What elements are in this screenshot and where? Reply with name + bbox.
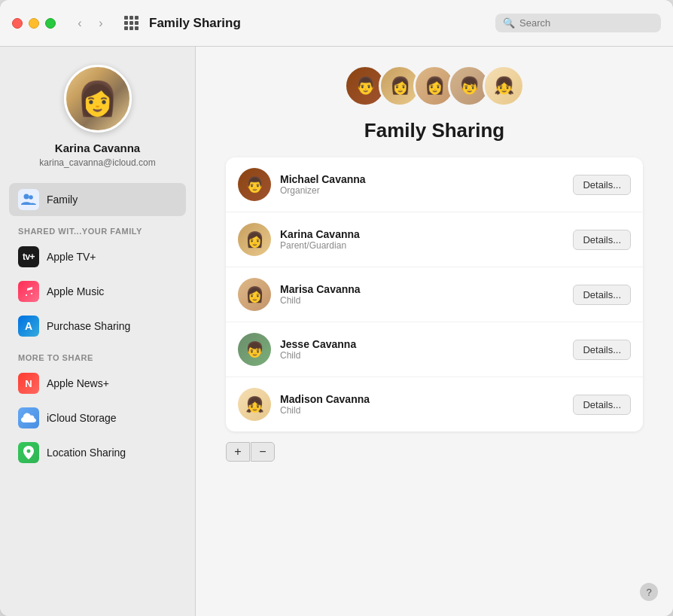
- sidebar-item-applemusic[interactable]: Apple Music: [9, 275, 186, 308]
- table-actions: + −: [226, 442, 275, 462]
- sidebar-item-icloud-label: iCloud Storage: [47, 412, 117, 424]
- table-row: 👦 Jesse Cavanna Child Details...: [226, 322, 643, 377]
- family-icon: [18, 189, 39, 210]
- location-icon: [18, 442, 39, 463]
- window-title: Family Sharing: [149, 16, 486, 31]
- sidebar-item-family-label: Family: [47, 194, 78, 206]
- forward-button[interactable]: ›: [92, 14, 110, 32]
- details-button-0[interactable]: Details...: [573, 175, 631, 195]
- member-info-2: Marisa Cavanna Child: [280, 283, 564, 306]
- sidebar-item-applenews-label: Apple News+: [47, 377, 109, 389]
- applenews-icon: N: [18, 373, 39, 394]
- user-email: karina_cavanna@icloud.com: [39, 157, 155, 168]
- member-role-3: Child: [280, 350, 564, 361]
- details-button-2[interactable]: Details...: [573, 285, 631, 305]
- member-name-1: Karina Cavanna: [280, 228, 564, 240]
- details-button-3[interactable]: Details...: [573, 340, 631, 360]
- member-info-0: Michael Cavanna Organizer: [280, 173, 564, 196]
- grid-view-button[interactable]: [122, 14, 140, 32]
- sidebar: 👩 Karina Cavanna karina_cavanna@icloud.c…: [0, 47, 196, 616]
- applemusic-icon: [18, 281, 39, 302]
- add-member-button[interactable]: +: [226, 442, 250, 462]
- svg-point-0: [24, 194, 29, 200]
- help-button[interactable]: ?: [640, 583, 658, 601]
- search-bar[interactable]: 🔍: [495, 14, 661, 32]
- member-avatar-0: 👨: [238, 168, 271, 201]
- traffic-lights: [12, 18, 56, 29]
- member-role-1: Parent/Guardian: [280, 240, 564, 251]
- sidebar-item-purchase-label: Purchase Sharing: [47, 320, 130, 332]
- shared-section-label: SHARED WIT...YOUR FAMILY: [9, 218, 186, 240]
- grid-icon: [124, 16, 139, 30]
- family-avatars: 👨 👩 👩 👦 👧: [344, 65, 525, 107]
- members-table: 👨 Michael Cavanna Organizer Details... 👩…: [226, 157, 643, 432]
- table-row: 👩 Karina Cavanna Parent/Guardian Details…: [226, 212, 643, 267]
- member-name-0: Michael Cavanna: [280, 173, 564, 185]
- member-avatar-4: 👧: [238, 388, 271, 421]
- sidebar-item-applemusic-label: Apple Music: [47, 285, 104, 297]
- member-info-4: Madison Cavanna Child: [280, 393, 564, 416]
- member-role-2: Child: [280, 295, 564, 306]
- search-input[interactable]: [519, 17, 653, 29]
- maximize-button[interactable]: [45, 18, 56, 29]
- member-name-2: Marisa Cavanna: [280, 283, 564, 295]
- sidebar-item-location[interactable]: Location Sharing: [9, 436, 186, 469]
- member-info-1: Karina Cavanna Parent/Guardian: [280, 228, 564, 251]
- table-row: 👨 Michael Cavanna Organizer Details...: [226, 157, 643, 212]
- sidebar-item-appletv[interactable]: tv+ Apple TV+: [9, 240, 186, 273]
- appstore-icon: A: [18, 316, 39, 337]
- member-name-3: Jesse Cavanna: [280, 338, 564, 350]
- member-role-0: Organizer: [280, 185, 564, 196]
- sidebar-item-applenews[interactable]: N Apple News+: [9, 367, 186, 400]
- avatar: 👩: [64, 65, 132, 133]
- panel-title: Family Sharing: [364, 119, 504, 142]
- family-avatar-5: 👧: [483, 65, 525, 107]
- member-avatar-1: 👩: [238, 223, 271, 256]
- minimize-button[interactable]: [29, 18, 39, 29]
- main-content: 👩 Karina Cavanna karina_cavanna@icloud.c…: [0, 47, 673, 616]
- sidebar-item-purchase[interactable]: A Purchase Sharing: [9, 310, 186, 343]
- table-actions-row: + −: [226, 442, 643, 462]
- user-name: Karina Cavanna: [55, 142, 140, 154]
- sidebar-item-family[interactable]: Family: [9, 183, 186, 216]
- details-button-4[interactable]: Details...: [573, 395, 631, 415]
- details-button-1[interactable]: Details...: [573, 230, 631, 250]
- icloud-icon: [18, 407, 39, 428]
- svg-point-1: [29, 195, 33, 200]
- search-icon: 🔍: [503, 17, 515, 29]
- more-section-label: MORE TO SHARE: [9, 344, 186, 367]
- appletv-icon: tv+: [18, 246, 39, 267]
- right-panel: 👨 👩 👩 👦 👧 Family Sharing 👨 Michael Cavan…: [196, 47, 673, 616]
- member-name-4: Madison Cavanna: [280, 393, 564, 405]
- titlebar: ‹ › Family Sharing 🔍: [0, 0, 673, 47]
- member-avatar-2: 👩: [238, 278, 271, 311]
- member-avatar-3: 👦: [238, 333, 271, 366]
- table-row: 👩 Marisa Cavanna Child Details...: [226, 267, 643, 322]
- member-info-3: Jesse Cavanna Child: [280, 338, 564, 361]
- remove-member-button[interactable]: −: [251, 442, 275, 462]
- sidebar-item-location-label: Location Sharing: [47, 447, 126, 459]
- close-button[interactable]: [12, 18, 23, 29]
- back-button[interactable]: ‹: [71, 14, 89, 32]
- sidebar-item-appletv-label: Apple TV+: [47, 251, 96, 263]
- sidebar-item-icloud[interactable]: iCloud Storage: [9, 401, 186, 435]
- window: ‹ › Family Sharing 🔍 👩 Karina Cavanna ka…: [0, 0, 673, 616]
- member-role-4: Child: [280, 405, 564, 416]
- nav-buttons: ‹ ›: [71, 14, 110, 32]
- table-row: 👧 Madison Cavanna Child Details...: [226, 377, 643, 432]
